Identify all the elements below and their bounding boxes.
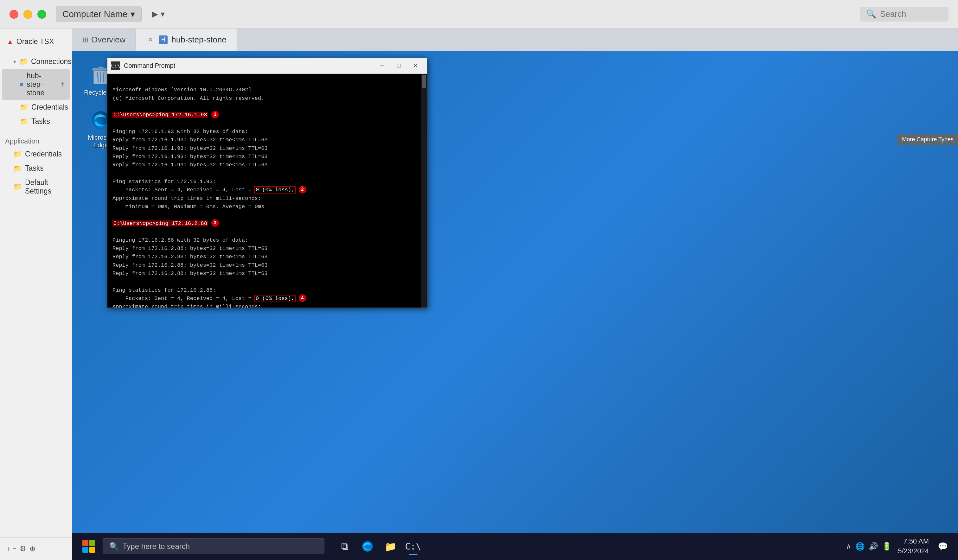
active-tab-label: hub-step-stone: [171, 35, 226, 44]
ping1-reply1: Reply from 172.16.1.93: bytes=32 time<1m…: [113, 137, 268, 143]
main-layout: ▲ Oracle TSX ▾ 📁 Connections ■ hub-step-…: [0, 29, 958, 560]
taskbar-edge-button[interactable]: [357, 536, 377, 557]
windows-logo: [82, 540, 95, 553]
cmd-close-button[interactable]: ✕: [408, 60, 423, 71]
ping1-stats-rtt-label: Approximate round trip times in milli-se…: [113, 195, 261, 201]
sidebar-item-app-credentials[interactable]: 📁 Credentials: [2, 147, 70, 161]
sidebar-item-oracle[interactable]: ▲ Oracle TSX: [2, 35, 70, 48]
search-bar[interactable]: 🔍 Search: [860, 6, 948, 22]
sidebar-item-hub[interactable]: ■ hub-step-stone ⬆: [2, 69, 70, 100]
cmd-titlebar: C:\ Command Prompt ─ □ ✕: [107, 58, 427, 74]
titlebar-center: Computer Name ▾ ▶ ▾ 🔍 Search: [56, 6, 948, 22]
taskbar-search-icon: 🔍: [109, 542, 119, 551]
taskbar-task-view-button[interactable]: ⧉: [335, 536, 355, 557]
ping2-sending: Pinging 172.16.2.88 with 32 bytes of dat…: [113, 237, 248, 243]
cmd-taskbar-icon: C:\: [405, 541, 421, 552]
play-button[interactable]: ▶ ▾: [147, 6, 170, 22]
upload-icon: ⬆: [60, 81, 65, 88]
ping1-stats-rtt-values: Minimum = 0ms, Maximum = 0ms, Average = …: [113, 204, 264, 210]
ping2-reply2: Reply from 172.16.2.88: bytes=32 time<1m…: [113, 254, 268, 260]
sidebar-item-connections[interactable]: ▾ 📁 Connections: [2, 55, 70, 68]
badge-2: 2: [299, 186, 306, 194]
default-settings-folder-icon: 📁: [13, 183, 22, 191]
cmd-text-content: Microsoft Windows [Version 10.0.20348.24…: [113, 78, 422, 308]
sidebar-bottom: ＋− ⚙ ⊕: [0, 537, 72, 560]
hub-label: hub-step-stone: [27, 71, 57, 97]
oracle-icon: ▲: [7, 38, 13, 45]
close-traffic-light[interactable]: [10, 10, 18, 19]
tasks-label: Tasks: [31, 117, 50, 126]
connections-label: Connections: [31, 57, 71, 66]
traffic-lights: [10, 10, 46, 19]
overview-label: Overview: [91, 35, 125, 44]
svg-rect-2: [98, 67, 103, 69]
taskbar-search-placeholder: Type here to search: [122, 542, 190, 551]
computer-name-label: Computer Name: [62, 9, 127, 19]
network-icon[interactable]: 🌐: [855, 542, 865, 551]
file-explorer-icon: 📁: [385, 541, 396, 552]
taskbar-edge-icon: [362, 540, 373, 552]
default-settings-label: Default Settings: [25, 178, 65, 195]
ping2-highlight: C:\Users\opc>ping 172.16.2.88: [113, 221, 208, 227]
search-icon: 🔍: [866, 9, 876, 19]
cmd-output-area[interactable]: Microsoft Windows [Version 10.0.20348.24…: [107, 74, 427, 308]
sidebar-item-tasks[interactable]: 📁 Tasks: [2, 115, 70, 128]
start-button[interactable]: [80, 538, 98, 555]
content-area: ⊞ Overview ✕ H hub-step-stone: [72, 29, 958, 560]
dropdown-icon: ▾: [130, 9, 135, 19]
systray-icon-group: ∧ 🌐 🔊 🔋: [846, 542, 891, 551]
volume-icon[interactable]: 🔊: [869, 542, 878, 551]
cmd-minimize-button[interactable]: ─: [375, 60, 390, 71]
taskbar-search-box[interactable]: 🔍 Type here to search: [103, 538, 324, 554]
computer-name-button[interactable]: Computer Name ▾: [56, 6, 141, 22]
windows-taskbar: 🔍 Type here to search ⧉ 📁: [72, 533, 958, 560]
credentials-label: Credentials: [31, 103, 68, 111]
app-credentials-label: Credentials: [25, 150, 62, 159]
minimize-traffic-light[interactable]: [24, 10, 32, 19]
tab-hub-step-stone[interactable]: ✕ H hub-step-stone: [136, 29, 236, 51]
settings-icon: ⚙: [20, 544, 26, 553]
ping1-highlight: C:\Users\opc>ping 172.16.1.93: [113, 112, 208, 118]
badge-3: 3: [211, 219, 219, 227]
taskbar-cmd-button[interactable]: C:\: [403, 536, 423, 557]
sidebar-item-credentials[interactable]: 📁 Credentials: [2, 100, 70, 114]
oracle-label: Oracle TSX: [16, 37, 54, 46]
taskbar-file-explorer-button[interactable]: 📁: [380, 536, 400, 557]
grid-icon: ⊞: [82, 36, 88, 44]
clock-time: 7:50 AM: [898, 536, 929, 546]
win-logo-sq1: [82, 540, 88, 546]
cmd-scrollbar-thumb[interactable]: [422, 75, 426, 88]
tasks-folder-icon: 📁: [20, 117, 28, 126]
clock-date: 5/23/2024: [898, 546, 929, 556]
battery-icon[interactable]: 🔋: [882, 542, 891, 551]
mac-titlebar: Computer Name ▾ ▶ ▾ 🔍 Search: [0, 0, 958, 29]
folder-icon: 📁: [19, 58, 28, 66]
sidebar-item-default-settings[interactable]: 📁 Default Settings: [2, 176, 70, 198]
cmd-ping1-line: C:\Users\opc>ping 172.16.1.93 1: [113, 112, 219, 118]
cmd-title-text: Command Prompt: [124, 62, 371, 69]
tab-close-button[interactable]: ✕: [146, 35, 155, 44]
remote-desktop-area: Recycle Bin: [72, 51, 958, 533]
sidebar-bottom-add[interactable]: ＋− ⚙ ⊕: [0, 541, 72, 556]
cmd-app-icon: C:\: [111, 62, 120, 70]
app-tasks-label: Tasks: [25, 164, 44, 173]
sidebar-item-app-tasks[interactable]: 📁 Tasks: [2, 162, 70, 175]
maximize-traffic-light[interactable]: [37, 10, 46, 19]
ping1-loss-highlight: 0 (0% loss),: [255, 187, 295, 193]
cmd-maximize-button[interactable]: □: [391, 60, 406, 71]
sidebar: ▲ Oracle TSX ▾ 📁 Connections ■ hub-step-…: [0, 29, 72, 560]
app-credentials-folder-icon: 📁: [13, 150, 22, 159]
cmd-version-line: Microsoft Windows [Version 10.0.20348.24…: [113, 87, 252, 93]
taskbar-clock[interactable]: 7:50 AM 5/23/2024: [898, 536, 929, 556]
ping1-sending: Pinging 172.16.1.93 with 32 bytes of dat…: [113, 128, 248, 135]
notification-button[interactable]: 💬: [935, 540, 950, 553]
ping1-stats-header: Ping statistics for 172.16.1.93:: [113, 179, 216, 185]
cmd-scrollbar[interactable]: [421, 74, 427, 308]
notification-icon: 💬: [938, 542, 948, 551]
chevron-up-systray-icon[interactable]: ∧: [846, 542, 852, 551]
capture-tooltip[interactable]: More Capture Types: [898, 134, 958, 145]
badge-1: 1: [211, 111, 219, 119]
tab-overview[interactable]: ⊞ Overview: [72, 29, 136, 51]
application-header: Application: [0, 134, 72, 147]
ping2-stats-rtt-label: Approximate round trip times in milli-se…: [113, 304, 261, 308]
